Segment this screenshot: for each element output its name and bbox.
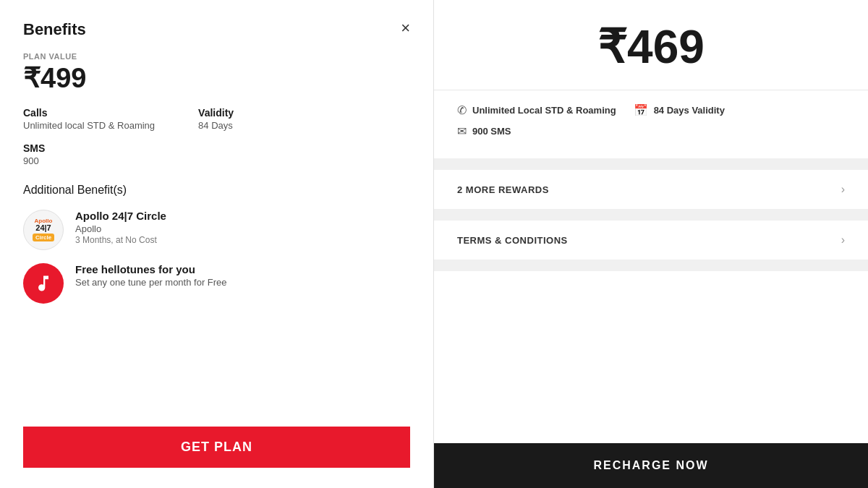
plan-value-label: PLAN VALUE bbox=[23, 52, 410, 61]
close-button[interactable]: × bbox=[401, 20, 410, 36]
hellotunes-text-block: Free hellotunes for you Set any one tune… bbox=[75, 263, 227, 288]
right-panel: ₹469 ✆ Unlimited Local STD & Roaming 📅 8… bbox=[434, 0, 868, 488]
benefit-item-apollo: Apollo 24|7 Circle Apollo 24|7 Circle Ap… bbox=[23, 210, 410, 250]
feature-validity: 📅 84 Days Validity bbox=[634, 103, 725, 117]
right-tnc-section[interactable]: TERMS & CONDITIONS › bbox=[434, 221, 868, 265]
validity-block: Validity 84 Days bbox=[198, 107, 234, 131]
benefit-item-hellotunes: Free hellotunes for you Set any one tune… bbox=[23, 263, 410, 304]
plan-price: ₹499 bbox=[23, 62, 410, 94]
hellotunes-benefit-name: Free hellotunes for you bbox=[75, 263, 227, 275]
left-panel: Benefits × PLAN VALUE ₹499 Calls Unlimit… bbox=[0, 0, 434, 488]
sms-value: 900 bbox=[23, 155, 410, 166]
feature-validity-text: 84 Days Validity bbox=[654, 105, 725, 116]
calls-value: Unlimited local STD & Roaming bbox=[23, 120, 155, 131]
additional-benefits-title: Additional Benefit(s) bbox=[23, 184, 410, 197]
feature-calls: ✆ Unlimited Local STD & Roaming bbox=[457, 103, 616, 117]
feature-row-2: ✉ 900 SMS bbox=[457, 124, 845, 138]
chevron-right-icon-tnc: › bbox=[841, 234, 845, 247]
rewards-label: 2 MORE REWARDS bbox=[457, 184, 549, 195]
feature-row-1: ✆ Unlimited Local STD & Roaming 📅 84 Day… bbox=[457, 103, 845, 117]
apollo-benefit-sub: Apollo bbox=[75, 223, 166, 234]
left-bottom: GET PLAN bbox=[23, 415, 410, 468]
left-header: Benefits × bbox=[23, 20, 410, 39]
right-price: ₹469 bbox=[457, 20, 845, 74]
benefits-title: Benefits bbox=[23, 20, 86, 39]
apollo-icon: Apollo 24|7 Circle bbox=[23, 210, 64, 250]
calls-validity-row: Calls Unlimited local STD & Roaming Vali… bbox=[23, 107, 410, 131]
right-features-section: ✆ Unlimited Local STD & Roaming 📅 84 Day… bbox=[434, 90, 868, 164]
divider-3 bbox=[434, 265, 868, 271]
right-bottom: RECHARGE NOW bbox=[434, 443, 868, 488]
sms-section: SMS 900 bbox=[23, 142, 410, 166]
music-note-icon bbox=[33, 273, 54, 294]
recharge-now-button[interactable]: RECHARGE NOW bbox=[434, 443, 868, 488]
validity-value: 84 Days bbox=[198, 120, 234, 131]
right-rewards-section[interactable]: 2 MORE REWARDS › bbox=[434, 170, 868, 215]
divider-1 bbox=[434, 164, 868, 170]
right-empty-section bbox=[434, 271, 868, 443]
apollo-benefit-detail: 3 Months, at No Cost bbox=[75, 235, 166, 245]
calls-label: Calls bbox=[23, 107, 155, 119]
sms-icon: ✉ bbox=[457, 124, 467, 138]
divider-2 bbox=[434, 215, 868, 221]
feature-sms: ✉ 900 SMS bbox=[457, 124, 511, 138]
chevron-right-icon: › bbox=[841, 183, 845, 196]
tnc-label: TERMS & CONDITIONS bbox=[457, 235, 568, 246]
plan-value-section: PLAN VALUE ₹499 bbox=[23, 52, 410, 107]
apollo-benefit-name: Apollo 24|7 Circle bbox=[75, 210, 166, 222]
validity-label: Validity bbox=[198, 107, 234, 119]
calendar-icon: 📅 bbox=[634, 103, 648, 117]
get-plan-button[interactable]: GET PLAN bbox=[23, 427, 410, 468]
phone-icon: ✆ bbox=[457, 103, 467, 117]
feature-sms-text: 900 SMS bbox=[472, 126, 511, 137]
hellotunes-benefit-sub: Set any one tune per month for Free bbox=[75, 277, 227, 288]
apollo-text-block: Apollo 24|7 Circle Apollo 3 Months, at N… bbox=[75, 210, 166, 245]
calls-block: Calls Unlimited local STD & Roaming bbox=[23, 107, 155, 131]
feature-calls-text: Unlimited Local STD & Roaming bbox=[472, 105, 616, 116]
sms-label: SMS bbox=[23, 142, 410, 154]
right-price-section: ₹469 bbox=[434, 0, 868, 90]
hellotunes-icon bbox=[23, 263, 64, 304]
